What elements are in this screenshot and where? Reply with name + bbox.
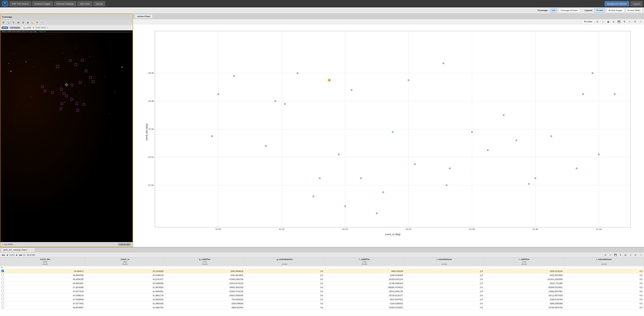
more-icon-btn[interactable]: ⋯: [40, 20, 44, 24]
wrench-icon-btn[interactable]: ⚙: [1, 20, 6, 24]
zoom-plus-icon[interactable]: ⊕: [595, 19, 600, 24]
layout-triview-button[interactable]: Tri-view: [594, 8, 605, 13]
settings-chart-icon[interactable]: ⚙: [633, 19, 637, 24]
filter-chart-icon[interactable]: ⚗: [622, 19, 626, 24]
table-row[interactable]: -36.9534897 61.9892783 4968.922454 0.0 3…: [0, 306, 644, 310]
i-extendedness-header[interactable]: i_extendednessdouble: [404, 258, 484, 266]
coord-dec-filter[interactable]: [6, 266, 84, 269]
crop-icon[interactable]: ▣: [606, 19, 610, 24]
table-save-icon[interactable]: 💾: [613, 253, 618, 257]
first-page-button[interactable]: ◀◀: [1, 253, 5, 257]
svg-text:61.94: 61.94: [596, 228, 602, 230]
rsp-tap-search-button[interactable]: RSP TAP Search: [10, 1, 31, 6]
table-row[interactable]: -36.9821687 62.0389368 22433.8178215 0.0…: [0, 281, 644, 285]
catalog-icon-btn[interactable]: ◈: [26, 20, 30, 24]
table-row[interactable]: -37.0398224 61.9881178 23002.0630035 0.0…: [0, 294, 644, 298]
zoom-icon-btn[interactable]: 🔍: [6, 20, 10, 24]
hips-aitoff-button[interactable]: HiPS/Aitoff: [9, 26, 21, 29]
layout-biview-images-button[interactable]: Bi-view Images: [607, 8, 624, 13]
row-checkbox[interactable]: [2, 270, 4, 272]
svg-point-38: [442, 63, 444, 64]
table-tab-label: dp02_dc2_catalogs.Object - ...: [3, 249, 31, 251]
next-page-button[interactable]: ▶: [15, 253, 18, 257]
active-chart-tab[interactable]: Active Chart: [135, 14, 153, 18]
g-calibflux-header[interactable]: g_calibFlux(nJy)double: [165, 258, 245, 266]
last-page-button[interactable]: ▶▶: [19, 253, 22, 257]
table-download-icon[interactable]: ⬇: [618, 253, 622, 257]
table-info-icon[interactable]: ℹ: [628, 253, 632, 257]
row-checkbox[interactable]: [2, 286, 4, 288]
grid-icon-btn[interactable]: ⊞: [16, 20, 20, 24]
prev-page-button[interactable]: ◀: [6, 253, 9, 257]
r-calibflux-filter[interactable]: [485, 266, 563, 269]
logout-button[interactable]: Logout: [630, 1, 642, 6]
i-calibflux-filter[interactable]: [325, 266, 404, 269]
table-tab[interactable]: dp02_dc2_catalogs.Object - ... ✕: [1, 248, 35, 252]
g-calibflux-filter[interactable]: [166, 266, 244, 269]
row-checkbox[interactable]: [2, 306, 4, 309]
table-settings-icon[interactable]: ⚙: [634, 253, 638, 257]
i-calibflux-header[interactable]: i_calibFlux(nJy)double: [324, 258, 404, 266]
coord-ra-header[interactable]: coord_ra(deg)double: [85, 258, 165, 266]
measure-icon-btn[interactable]: 📐: [30, 20, 34, 24]
marker-icon-btn[interactable]: ✦: [35, 20, 39, 24]
save-icon[interactable]: 💾: [617, 19, 621, 24]
table-tab-close[interactable]: ✕: [31, 249, 33, 251]
g-extendedness-header[interactable]: g_extendednessdouble: [245, 258, 324, 266]
r-extendedness-header[interactable]: r_extendednessdouble: [564, 258, 644, 266]
table-row[interactable]: -36.9650359 62.0208126 1935.0910826 0.0 …: [0, 273, 644, 277]
lock-by-click-button[interactable]: Lock by click: [118, 243, 131, 246]
zoom-minus-icon[interactable]: ⊖: [611, 19, 616, 24]
app-logo: RSP: [2, 1, 8, 7]
table-row[interactable]: -37.0389846 61.9618284 756.9339293 0.0 6…: [0, 298, 644, 302]
expand-icon[interactable]: ⤢: [2, 243, 3, 246]
row-checkbox[interactable]: [2, 298, 4, 300]
row-checkbox[interactable]: [2, 290, 4, 292]
coverage-left-button[interactable]: Left: [550, 8, 557, 13]
row-checkbox[interactable]: [2, 274, 4, 276]
i-ext-filter[interactable]: [405, 266, 484, 269]
sky-image-area[interactable]: [0, 33, 133, 242]
external-catalogs-button[interactable]: External Catalogs: [54, 1, 76, 6]
filter-icon: ⚗: [1, 266, 3, 269]
r-calibflux-header[interactable]: r_calibFlux(nJy)double: [484, 258, 564, 266]
row-checkbox[interactable]: [2, 278, 4, 280]
table-row[interactable]: -37.0077926 61.9664361 43355.4733146 0.0…: [0, 290, 644, 294]
layers-icon-btn[interactable]: ☰: [21, 20, 25, 24]
undo-icon[interactable]: ↩: [628, 19, 632, 24]
g-ext-filter[interactable]: [246, 266, 324, 269]
coord-select[interactable]: Eq J2000: [22, 26, 35, 29]
table-column-icon[interactable]: ≡: [608, 253, 612, 257]
coord-ra-filter[interactable]: [86, 266, 164, 269]
table-row[interactable]: -36.964871 62.0249569 1068.9408619 0.0 3…: [0, 269, 644, 273]
svg-point-29: [328, 79, 330, 81]
crosshair-icon[interactable]: ⊹: [600, 19, 605, 24]
external-images-button[interactable]: External Images: [32, 1, 53, 6]
add-chart-button[interactable]: Add Chart: [77, 1, 92, 6]
table-body: -36.964871 62.0249569 1068.9408619 0.0 3…: [0, 269, 644, 310]
table-row[interactable]: -37.0277952 61.9865426 2583.598528 0.0 3…: [0, 302, 644, 306]
upload-button[interactable]: Upload: [93, 1, 105, 6]
coord-dec-header[interactable]: coord_dec(deg)double: [5, 258, 85, 266]
table-expand-icon[interactable]: ⤢: [638, 253, 643, 257]
hips-button[interactable]: HiPS: [1, 26, 8, 29]
svg-point-36: [528, 183, 530, 185]
svg-point-60: [598, 154, 600, 155]
expand-chart-icon[interactable]: ⤢: [638, 19, 643, 24]
layout-biview-tables-button[interactable]: Bi-view Tables: [626, 8, 642, 13]
table-row[interactable]: -37.0024066 61.9878054 20605.3033326 0.0…: [0, 285, 644, 290]
row-checkbox[interactable]: [2, 282, 4, 284]
svg-point-32: [284, 103, 286, 105]
background-monitor-button[interactable]: Background Monitor: [604, 1, 629, 6]
row-checkbox[interactable]: [2, 294, 4, 296]
table-text-icon[interactable]: ▤: [624, 253, 628, 257]
coverage-with-charts-button[interactable]: Coverage w/Charts: [559, 8, 580, 13]
rotate-icon-btn[interactable]: ↻: [12, 20, 16, 24]
coverage-label: Coverage:: [538, 9, 548, 11]
pin-chart-button[interactable]: Pin Chart: [582, 19, 594, 24]
r-ext-filter[interactable]: [565, 266, 643, 269]
table-filter-icon[interactable]: ⊟: [603, 253, 607, 257]
hips-description-bar: DP0.2 HiPS from DESC DC2 sim: gri color.…: [0, 30, 133, 33]
row-checkbox[interactable]: [2, 302, 4, 305]
table-row[interactable]: -36.9599105 62.0141977 47006.0180756 0.0…: [0, 277, 644, 281]
